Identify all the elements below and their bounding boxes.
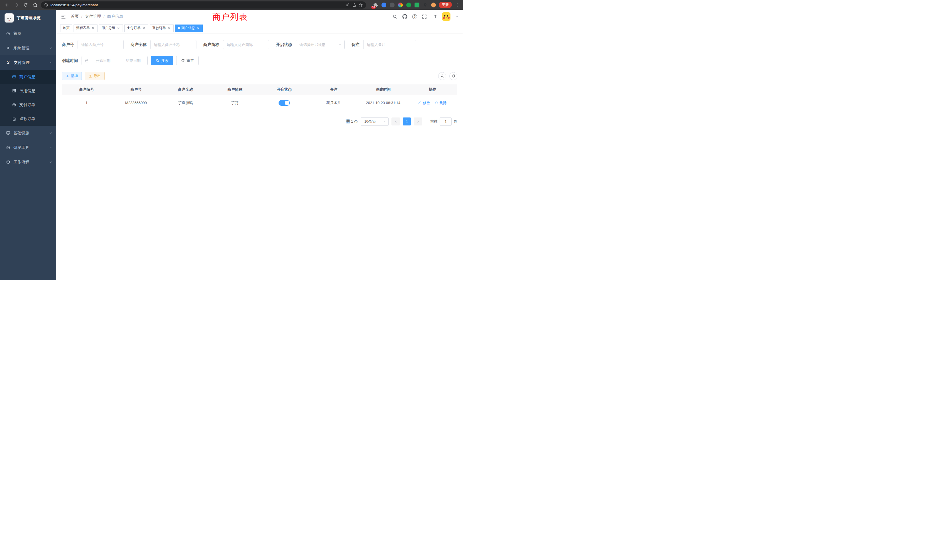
export-button[interactable]: 导出 (85, 72, 104, 80)
close-icon[interactable] (117, 26, 120, 30)
browser-back-icon[interactable] (3, 2, 10, 8)
delete-link[interactable]: 删除 (435, 100, 447, 106)
short-name-input[interactable] (223, 40, 269, 49)
sidebar-item-refund-orders[interactable]: 退款订单 (0, 112, 56, 126)
breadcrumb-section[interactable]: 支付管理 (85, 14, 101, 19)
page-number-button[interactable]: 1 (403, 118, 411, 126)
bookmark-star-icon[interactable] (359, 3, 363, 7)
browser-reload-icon[interactable] (22, 2, 29, 8)
sidebar-item-merchant-info[interactable]: 商户信息 (0, 70, 56, 84)
page-size-value: 10条/页 (365, 119, 376, 124)
app-logo-row[interactable]: 芋道管理系统 (0, 10, 56, 26)
sidebar-item-label: 研发工具 (14, 145, 29, 150)
page-header: 首页 / 支付管理 / 商户信息 ? (56, 10, 463, 23)
breadcrumb-home[interactable]: 首页 (71, 14, 79, 19)
sidebar-item-workflow[interactable]: 工作流程 (0, 155, 56, 170)
sidebar-item-home[interactable]: 首页 (0, 26, 56, 41)
column-header: 商户编号 (62, 85, 111, 95)
remark-input[interactable] (363, 40, 416, 49)
status-toggle[interactable] (278, 100, 290, 106)
app-title: 芋道管理系统 (17, 15, 41, 21)
filter-row-1: 商户号 商户全称 商户简称 开启状态 请选择开启状态 (62, 40, 457, 49)
browser-menu-icon[interactable] (454, 3, 460, 7)
pagination-total-rest: 1 条 (350, 119, 358, 123)
prev-page-button[interactable] (392, 118, 400, 126)
search-icon[interactable] (393, 14, 398, 19)
font-size-icon[interactable] (432, 14, 437, 19)
full-name-label: 商户全称 (130, 42, 147, 47)
payment-submenu: 商户信息 应用信息 支付订单 退款订单 (0, 70, 56, 126)
close-icon[interactable] (197, 26, 200, 30)
sidebar-item-payment[interactable]: ¥ 支付管理 (0, 55, 56, 70)
browser-chrome: localhost:1024/pay/merchant 10 更新 (0, 0, 463, 10)
search-button[interactable]: 搜索 (151, 56, 173, 65)
extension-icon-green-circle[interactable] (406, 2, 412, 8)
address-bar[interactable]: localhost:1024/pay/merchant (41, 2, 366, 9)
extension-icon-dark-circle[interactable] (389, 2, 395, 8)
tab-merchant-info[interactable]: 商户信息 (175, 24, 203, 32)
edit-link[interactable]: 修改 (418, 100, 430, 106)
tab-home[interactable]: 首页 (60, 24, 72, 32)
refresh-table-icon[interactable] (449, 72, 457, 80)
next-page-button[interactable] (414, 118, 422, 126)
chevron-down-icon (49, 146, 52, 149)
sidebar-item-dev-tools[interactable]: 研发工具 (0, 140, 56, 155)
sidebar-item-label: 退款订单 (20, 117, 35, 121)
sidebar-collapse-icon[interactable] (61, 14, 66, 20)
sidebar-item-infrastructure[interactable]: 基础设施 (0, 126, 56, 140)
extension-icon-pin[interactable] (422, 2, 428, 8)
box-icon (6, 145, 10, 150)
toggle-search-icon[interactable] (438, 72, 446, 80)
date-range-separator: - (118, 59, 119, 63)
close-icon[interactable] (142, 26, 146, 30)
extension-icon-blue-drop[interactable] (381, 2, 387, 8)
tab-process-form[interactable]: 流程表单 (74, 24, 97, 32)
tab-refund-orders[interactable]: 退款订单 (150, 24, 174, 32)
fullscreen-icon[interactable] (422, 14, 427, 19)
site-info-icon[interactable] (44, 3, 48, 7)
tab-user-group[interactable]: 用户分组 (99, 24, 123, 32)
merchant-no-input[interactable] (77, 40, 124, 49)
extension-icon-green-square[interactable] (414, 2, 420, 8)
column-header: 开启状态 (260, 85, 309, 95)
close-icon[interactable] (167, 26, 171, 30)
extensions-puzzle-icon[interactable]: 10 (373, 2, 378, 8)
start-date-placeholder: 开始日期 (92, 58, 114, 63)
reset-button[interactable]: 重置 (176, 56, 199, 65)
target-icon (12, 103, 16, 107)
sidebar-item-payment-orders[interactable]: 支付订单 (0, 98, 56, 112)
reset-button-label: 重置 (186, 58, 194, 63)
github-icon[interactable] (402, 14, 407, 19)
full-name-input[interactable] (150, 40, 197, 49)
sidebar-item-app-info[interactable]: 应用信息 (0, 84, 56, 98)
password-key-icon[interactable] (345, 3, 350, 7)
breadcrumb-current: 商户信息 (107, 14, 123, 19)
extension-icon-avatar[interactable] (431, 2, 436, 8)
tab-payment-orders[interactable]: 支付订单 (124, 24, 148, 32)
browser-update-button[interactable]: 更新 (439, 2, 452, 8)
close-icon[interactable] (91, 26, 95, 30)
filter-row-2: 创建时间 开始日期 - 结束日期 搜索 重置 (62, 56, 457, 65)
sidebar-item-label: 商户信息 (20, 74, 35, 80)
help-icon[interactable]: ? (412, 14, 417, 19)
avatar-caret-icon[interactable] (455, 15, 458, 18)
goto-page-input[interactable] (440, 118, 452, 126)
status-select[interactable]: 请选择开启状态 (296, 40, 345, 49)
column-header: 商户简称 (210, 85, 259, 95)
sidebar-item-system[interactable]: 系统管理 (0, 41, 56, 55)
share-icon[interactable] (352, 3, 356, 7)
browser-forward-icon[interactable] (13, 2, 20, 8)
add-button[interactable]: 新增 (62, 72, 82, 80)
extension-icon-colorful[interactable] (398, 2, 403, 8)
pagination: 共 1 条 10条/页 1 前往 页 (62, 118, 457, 126)
create-time-range-picker[interactable]: 开始日期 - 结束日期 (82, 56, 148, 65)
card-icon (12, 75, 16, 79)
goto-prefix: 前往 (430, 119, 437, 124)
tab-label: 流程表单 (76, 26, 90, 30)
box-icon (6, 160, 10, 164)
page-size-select[interactable]: 10条/页 (361, 118, 389, 126)
avatar[interactable] (442, 12, 451, 21)
browser-home-icon[interactable] (32, 2, 38, 8)
tab-bar: 首页 流程表单 用户分组 支付订单 退款订单 商户信息 (56, 23, 463, 33)
goto-page: 前往 页 (430, 118, 457, 126)
